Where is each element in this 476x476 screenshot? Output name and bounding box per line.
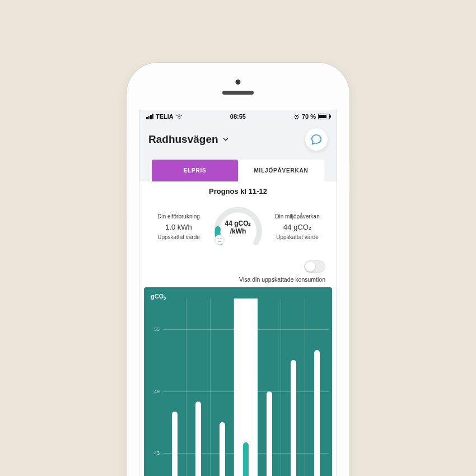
bar-column[interactable] — [305, 298, 329, 476]
bar — [220, 422, 225, 476]
smiley-icon — [214, 235, 225, 245]
toggle-label: Visa din uppskattade konsumtion — [139, 276, 337, 287]
bar — [195, 402, 201, 476]
phone-side-button — [124, 190, 127, 218]
bar-column[interactable] — [186, 298, 210, 476]
phone-side-button — [124, 157, 127, 185]
ytick-label: 55 — [146, 326, 160, 332]
carrier-label: TELIA — [156, 113, 174, 120]
stat-note: Uppskattat värde — [151, 234, 207, 242]
status-bar: TELIA 08:55 70 % — [139, 110, 337, 123]
svg-point-1 — [217, 238, 218, 239]
chevron-down-icon — [222, 136, 230, 143]
battery-icon — [318, 114, 330, 119]
stat-impact: Din miljöpåverkan 44 gCO₂ Uppskattat vär… — [269, 213, 325, 242]
phone-camera-dot — [236, 80, 241, 85]
bar — [314, 350, 320, 476]
chart-panel: gCO2 434955 Nu7°09:008°10:0010°11:0011°1… — [144, 287, 332, 476]
phone-frame: TELIA 08:55 70 % Radhusvägen — [127, 63, 349, 476]
phone-side-button — [124, 130, 127, 146]
signal-icon — [146, 114, 153, 119]
chart-plot: 434955 — [163, 298, 329, 476]
gauge: 44 gCO₂ /kWh — [209, 202, 267, 253]
bar-column[interactable] — [281, 298, 305, 476]
bar-column[interactable] — [163, 298, 186, 476]
location-selector[interactable]: Radhusvägen — [148, 133, 230, 146]
stat-label: Din elförbrukning — [151, 213, 207, 221]
stat-value: 44 gCO₂ — [269, 222, 325, 233]
ytick-label: 43 — [146, 450, 160, 456]
ytick-label: 49 — [146, 389, 160, 394]
main-content: Prognos kl 11-12 Din elförbrukning 1.0 k… — [139, 181, 337, 476]
chat-icon — [310, 133, 323, 146]
bar — [172, 412, 178, 476]
stat-value: 1.0 kWh — [151, 222, 207, 233]
stat-note: Uppskattat värde — [269, 234, 325, 242]
battery-pct: 70 % — [302, 113, 316, 120]
toggle-row — [139, 257, 337, 276]
gauge-row: Din elförbrukning 1.0 kWh Uppskattat vär… — [139, 200, 337, 257]
phone-side-button — [349, 162, 352, 194]
tab-miljopaverkan[interactable]: MILJÖPÅVERKAN — [238, 160, 324, 181]
alarm-icon — [293, 114, 300, 120]
svg-point-2 — [221, 238, 222, 239]
stat-consumption: Din elförbrukning 1.0 kWh Uppskattat vär… — [151, 213, 207, 242]
bar — [291, 360, 296, 476]
gauge-value: 44 gCO₂ /kWh — [209, 202, 267, 253]
app-header: Radhusvägen — [139, 123, 337, 154]
bar — [267, 391, 272, 477]
clock: 08:55 — [230, 113, 246, 120]
app-screen: TELIA 08:55 70 % Radhusvägen — [139, 110, 337, 476]
location-name: Radhusvägen — [148, 133, 218, 146]
wifi-icon — [176, 113, 183, 120]
stat-label: Din miljöpåverkan — [269, 213, 325, 221]
tab-elpris[interactable]: ELPRIS — [152, 160, 238, 181]
consumption-toggle[interactable] — [304, 260, 325, 273]
bar-column[interactable] — [258, 298, 281, 476]
bar-column[interactable] — [211, 298, 234, 476]
chat-button[interactable] — [305, 128, 328, 151]
phone-speaker — [222, 91, 254, 95]
forecast-title: Prognos kl 11-12 — [139, 181, 337, 200]
bar-column[interactable] — [234, 298, 258, 476]
tab-bar: ELPRIS MILJÖPÅVERKAN — [152, 160, 324, 181]
bar — [243, 442, 249, 476]
